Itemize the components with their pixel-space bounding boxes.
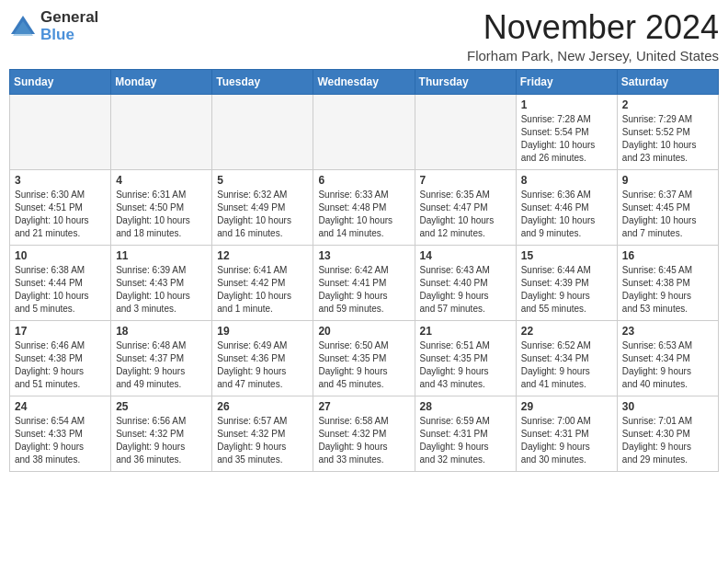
day-detail: Sunrise: 6:44 AM Sunset: 4:39 PM Dayligh… — [521, 264, 612, 316]
day-detail: Sunrise: 6:39 AM Sunset: 4:43 PM Dayligh… — [116, 264, 207, 316]
title-block: November 2024 Florham Park, New Jersey, … — [467, 9, 719, 63]
day-detail: Sunrise: 6:42 AM Sunset: 4:41 PM Dayligh… — [318, 264, 409, 316]
calendar-day-cell: 29Sunrise: 7:00 AM Sunset: 4:31 PM Dayli… — [516, 396, 617, 471]
calendar-day-cell: 7Sunrise: 6:35 AM Sunset: 4:47 PM Daylig… — [415, 169, 516, 245]
day-detail: Sunrise: 6:58 AM Sunset: 4:32 PM Dayligh… — [318, 415, 409, 466]
calendar-day-cell: 27Sunrise: 6:58 AM Sunset: 4:32 PM Dayli… — [313, 396, 415, 471]
calendar-day-cell: 14Sunrise: 6:43 AM Sunset: 4:40 PM Dayli… — [415, 245, 516, 320]
day-number: 23 — [622, 325, 713, 338]
calendar-day-cell: 5Sunrise: 6:32 AM Sunset: 4:49 PM Daylig… — [212, 169, 313, 245]
day-number: 8 — [521, 174, 612, 187]
calendar-day-cell: 2Sunrise: 7:29 AM Sunset: 5:52 PM Daylig… — [617, 94, 718, 169]
logo-general-text: General — [40, 9, 98, 27]
calendar-day-cell: 12Sunrise: 6:41 AM Sunset: 4:42 PM Dayli… — [212, 245, 313, 320]
calendar-day-cell: 4Sunrise: 6:31 AM Sunset: 4:50 PM Daylig… — [111, 169, 212, 245]
day-number: 13 — [318, 249, 409, 262]
day-number: 15 — [521, 249, 612, 262]
day-number: 28 — [420, 400, 511, 413]
day-detail: Sunrise: 6:50 AM Sunset: 4:35 PM Dayligh… — [318, 339, 409, 391]
calendar-day-cell: 13Sunrise: 6:42 AM Sunset: 4:41 PM Dayli… — [313, 245, 415, 320]
calendar-day-cell: 6Sunrise: 6:33 AM Sunset: 4:48 PM Daylig… — [313, 169, 415, 245]
calendar-day-cell: 23Sunrise: 6:53 AM Sunset: 4:34 PM Dayli… — [617, 320, 718, 396]
day-detail: Sunrise: 6:32 AM Sunset: 4:49 PM Dayligh… — [217, 189, 308, 240]
day-number: 21 — [420, 325, 511, 338]
weekday-header: Sunday — [10, 69, 111, 94]
day-detail: Sunrise: 6:31 AM Sunset: 4:50 PM Dayligh… — [116, 189, 207, 240]
day-detail: Sunrise: 7:00 AM Sunset: 4:31 PM Dayligh… — [521, 415, 612, 466]
day-number: 20 — [318, 325, 409, 338]
calendar-header-row: SundayMondayTuesdayWednesdayThursdayFrid… — [10, 69, 719, 94]
day-number: 26 — [217, 400, 308, 413]
calendar-table: SundayMondayTuesdayWednesdayThursdayFrid… — [9, 69, 719, 472]
day-number: 30 — [622, 400, 713, 413]
calendar-day-cell: 11Sunrise: 6:39 AM Sunset: 4:43 PM Dayli… — [111, 245, 212, 320]
logo-icon — [9, 14, 37, 41]
day-number: 25 — [116, 400, 207, 413]
calendar-week-row: 3Sunrise: 6:30 AM Sunset: 4:51 PM Daylig… — [10, 169, 719, 245]
calendar-day-cell: 22Sunrise: 6:52 AM Sunset: 4:34 PM Dayli… — [516, 320, 617, 396]
calendar-day-cell: 25Sunrise: 6:56 AM Sunset: 4:32 PM Dayli… — [111, 396, 212, 471]
day-number: 1 — [521, 98, 612, 111]
day-number: 19 — [217, 325, 308, 338]
day-number: 16 — [622, 249, 713, 262]
calendar-day-cell: 24Sunrise: 6:54 AM Sunset: 4:33 PM Dayli… — [10, 396, 111, 471]
day-detail: Sunrise: 6:41 AM Sunset: 4:42 PM Dayligh… — [217, 264, 308, 316]
calendar-day-cell: 9Sunrise: 6:37 AM Sunset: 4:45 PM Daylig… — [617, 169, 718, 245]
calendar-week-row: 1Sunrise: 7:28 AM Sunset: 5:54 PM Daylig… — [10, 94, 719, 169]
calendar-day-cell — [212, 94, 313, 169]
day-detail: Sunrise: 7:28 AM Sunset: 5:54 PM Dayligh… — [521, 113, 612, 165]
calendar-day-cell — [415, 94, 516, 169]
calendar-day-cell: 16Sunrise: 6:45 AM Sunset: 4:38 PM Dayli… — [617, 245, 718, 320]
day-detail: Sunrise: 7:01 AM Sunset: 4:30 PM Dayligh… — [622, 415, 713, 466]
location-text: Florham Park, New Jersey, United States — [467, 48, 719, 63]
month-title: November 2024 — [467, 9, 719, 46]
day-number: 18 — [116, 325, 207, 338]
day-number: 4 — [116, 174, 207, 187]
calendar-day-cell: 26Sunrise: 6:57 AM Sunset: 4:32 PM Dayli… — [212, 396, 313, 471]
day-number: 29 — [521, 400, 612, 413]
day-detail: Sunrise: 6:37 AM Sunset: 4:45 PM Dayligh… — [622, 189, 713, 240]
calendar-day-cell: 15Sunrise: 6:44 AM Sunset: 4:39 PM Dayli… — [516, 245, 617, 320]
day-number: 12 — [217, 249, 308, 262]
calendar-day-cell: 10Sunrise: 6:38 AM Sunset: 4:44 PM Dayli… — [10, 245, 111, 320]
day-number: 5 — [217, 174, 308, 187]
weekday-header: Saturday — [617, 69, 718, 94]
day-detail: Sunrise: 6:57 AM Sunset: 4:32 PM Dayligh… — [217, 415, 308, 466]
day-detail: Sunrise: 6:53 AM Sunset: 4:34 PM Dayligh… — [622, 339, 713, 391]
day-number: 17 — [15, 325, 106, 338]
calendar-day-cell: 8Sunrise: 6:36 AM Sunset: 4:46 PM Daylig… — [516, 169, 617, 245]
day-number: 24 — [15, 400, 106, 413]
day-number: 7 — [420, 174, 511, 187]
day-detail: Sunrise: 6:46 AM Sunset: 4:38 PM Dayligh… — [15, 339, 106, 391]
day-number: 27 — [318, 400, 409, 413]
logo: General Blue — [9, 9, 98, 43]
day-detail: Sunrise: 6:48 AM Sunset: 4:37 PM Dayligh… — [116, 339, 207, 391]
day-detail: Sunrise: 7:29 AM Sunset: 5:52 PM Dayligh… — [622, 113, 713, 165]
calendar-week-row: 24Sunrise: 6:54 AM Sunset: 4:33 PM Dayli… — [10, 396, 719, 471]
day-detail: Sunrise: 6:36 AM Sunset: 4:46 PM Dayligh… — [521, 189, 612, 240]
calendar-day-cell: 19Sunrise: 6:49 AM Sunset: 4:36 PM Dayli… — [212, 320, 313, 396]
day-detail: Sunrise: 6:52 AM Sunset: 4:34 PM Dayligh… — [521, 339, 612, 391]
calendar-week-row: 17Sunrise: 6:46 AM Sunset: 4:38 PM Dayli… — [10, 320, 719, 396]
day-number: 6 — [318, 174, 409, 187]
calendar-day-cell: 28Sunrise: 6:59 AM Sunset: 4:31 PM Dayli… — [415, 396, 516, 471]
weekday-header: Friday — [516, 69, 617, 94]
calendar-day-cell: 18Sunrise: 6:48 AM Sunset: 4:37 PM Dayli… — [111, 320, 212, 396]
calendar-day-cell — [111, 94, 212, 169]
day-number: 22 — [521, 325, 612, 338]
weekday-header: Thursday — [415, 69, 516, 94]
logo-text: General Blue — [40, 9, 98, 43]
calendar-day-cell: 1Sunrise: 7:28 AM Sunset: 5:54 PM Daylig… — [516, 94, 617, 169]
day-detail: Sunrise: 6:59 AM Sunset: 4:31 PM Dayligh… — [420, 415, 511, 466]
day-detail: Sunrise: 6:43 AM Sunset: 4:40 PM Dayligh… — [420, 264, 511, 316]
weekday-header: Tuesday — [212, 69, 313, 94]
day-detail: Sunrise: 6:35 AM Sunset: 4:47 PM Dayligh… — [420, 189, 511, 240]
calendar-day-cell: 30Sunrise: 7:01 AM Sunset: 4:30 PM Dayli… — [617, 396, 718, 471]
day-detail: Sunrise: 6:38 AM Sunset: 4:44 PM Dayligh… — [15, 264, 106, 316]
calendar-day-cell — [313, 94, 415, 169]
day-detail: Sunrise: 6:45 AM Sunset: 4:38 PM Dayligh… — [622, 264, 713, 316]
day-number: 2 — [622, 98, 713, 111]
calendar-day-cell: 3Sunrise: 6:30 AM Sunset: 4:51 PM Daylig… — [10, 169, 111, 245]
logo-blue-text: Blue — [40, 27, 98, 44]
day-number: 14 — [420, 249, 511, 262]
